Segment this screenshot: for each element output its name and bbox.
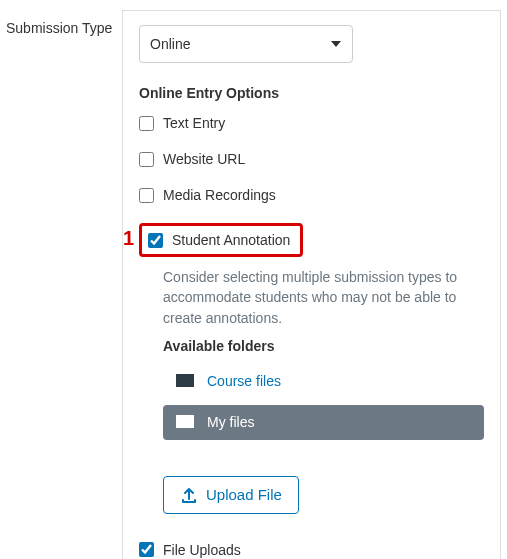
- annotation-help-text: Consider selecting multiple submission t…: [163, 267, 484, 328]
- file-uploads-checkbox[interactable]: [139, 542, 154, 557]
- text-entry-label[interactable]: Text Entry: [163, 115, 225, 131]
- svg-rect-0: [176, 374, 194, 377]
- file-uploads-option: File Uploads: [139, 542, 484, 558]
- submission-type-label: Submission Type: [6, 10, 122, 36]
- folder-my-files-label: My files: [207, 414, 254, 430]
- submission-type-select[interactable]: Online: [139, 25, 353, 63]
- website-url-option: Website URL: [139, 151, 484, 167]
- media-recordings-option: Media Recordings: [139, 187, 484, 203]
- upload-icon: [180, 486, 198, 504]
- svg-rect-1: [176, 415, 194, 418]
- folder-icon: [175, 413, 195, 432]
- student-annotation-details: Consider selecting multiple submission t…: [163, 267, 484, 514]
- submission-panel: Online Online Entry Options Text Entry W…: [122, 10, 501, 559]
- student-annotation-checkbox[interactable]: [148, 233, 163, 248]
- callout-number: 1: [123, 227, 134, 250]
- media-recordings-checkbox[interactable]: [139, 188, 154, 203]
- available-folders-heading: Available folders: [163, 338, 484, 354]
- text-entry-checkbox[interactable]: [139, 116, 154, 131]
- file-uploads-label[interactable]: File Uploads: [163, 542, 241, 558]
- student-annotation-highlight: 1 Student Annotation: [139, 223, 303, 257]
- website-url-checkbox[interactable]: [139, 152, 154, 167]
- text-entry-option: Text Entry: [139, 115, 484, 131]
- folder-icon: [175, 372, 195, 391]
- online-entry-options-heading: Online Entry Options: [139, 85, 484, 101]
- media-recordings-label[interactable]: Media Recordings: [163, 187, 276, 203]
- folder-my-files[interactable]: My files: [163, 405, 484, 440]
- submission-type-select-wrap: Online: [139, 25, 353, 63]
- folder-course-files[interactable]: Course files: [163, 364, 484, 399]
- student-annotation-label[interactable]: Student Annotation: [172, 232, 290, 248]
- upload-file-label: Upload File: [206, 486, 282, 503]
- website-url-label[interactable]: Website URL: [163, 151, 245, 167]
- folder-course-label: Course files: [207, 373, 281, 389]
- upload-file-button[interactable]: Upload File: [163, 476, 299, 514]
